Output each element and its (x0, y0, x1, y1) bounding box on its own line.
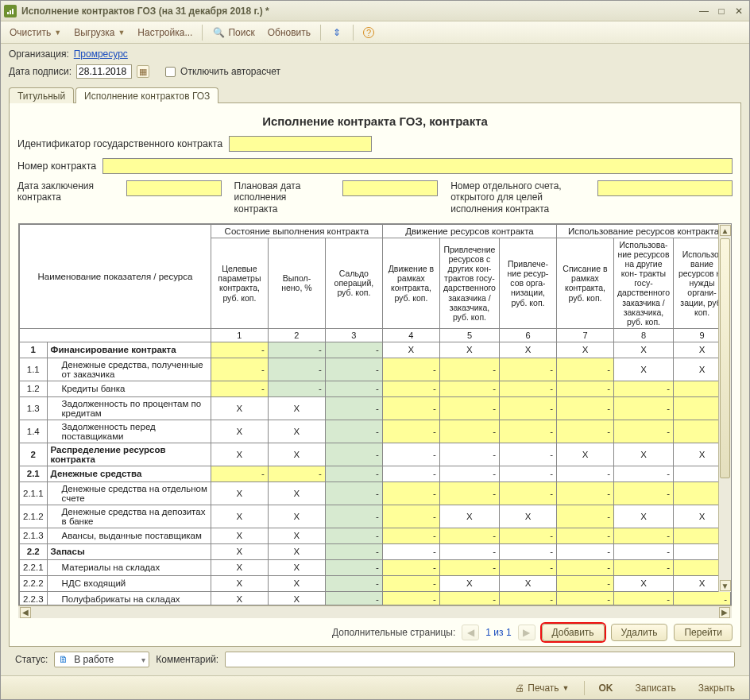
grid-cell[interactable]: - (439, 481, 499, 505)
grid-cell[interactable]: - (382, 396, 439, 420)
grid-cell[interactable]: - (439, 591, 499, 605)
grid-cell[interactable]: - (382, 528, 439, 543)
grid-cell[interactable]: - (499, 358, 556, 381)
grid-cell[interactable]: - (382, 358, 439, 381)
grid-cell[interactable]: - (499, 420, 556, 443)
add-page-button[interactable]: Добавить (542, 624, 605, 641)
grid-cell[interactable]: - (613, 481, 673, 505)
horizontal-scrollbar[interactable]: ◀ ▶ (18, 605, 732, 618)
grid-cell[interactable]: - (499, 591, 556, 605)
account-field[interactable] (597, 180, 733, 196)
grid-cell[interactable]: - (613, 381, 673, 396)
grid-cell[interactable]: - (499, 396, 556, 420)
grid-cell[interactable]: - (613, 420, 673, 443)
grid-cell[interactable]: - (211, 381, 268, 396)
pager-prev-button[interactable]: ◀ (462, 625, 479, 640)
grid-cell[interactable]: - (211, 466, 268, 481)
close-button[interactable]: Закрыть (690, 679, 743, 697)
grid-cell[interactable]: - (613, 396, 673, 420)
row-code: 2.1.1 (20, 481, 48, 505)
plan-date-field[interactable] (342, 180, 438, 196)
grid-cell[interactable]: - (439, 559, 499, 575)
calendar-icon[interactable]: ▦ (137, 65, 149, 78)
pager-next-button[interactable]: ▶ (518, 625, 535, 640)
contract-date-field[interactable] (126, 180, 222, 196)
grid-cell[interactable]: - (439, 381, 499, 396)
grid-cell[interactable]: - (382, 591, 439, 605)
grid-cell: - (325, 443, 382, 466)
delete-page-button[interactable]: Удалить (611, 624, 668, 641)
grid-cell[interactable]: - (499, 381, 556, 396)
grid-cell[interactable]: - (382, 381, 439, 396)
grid-cell[interactable]: - (499, 481, 556, 505)
scroll-up-icon[interactable]: ▲ (720, 225, 731, 236)
grid-cell: - (325, 481, 382, 505)
minimize-button[interactable]: — (697, 5, 711, 17)
grid-cell[interactable]: - (556, 358, 613, 381)
grid-cell[interactable]: - (556, 528, 613, 543)
sign-date-input[interactable] (76, 64, 132, 79)
row-name: Задолженность по процентам по кредитам (47, 396, 211, 420)
print-button[interactable]: 🖨 Печать ▼ (507, 679, 577, 697)
grid-scroll-area[interactable]: Наименование показателя / ресурса Состоя… (18, 223, 732, 605)
settings-button[interactable]: Настройка... (132, 24, 198, 41)
grid-cell[interactable]: - (439, 358, 499, 381)
grid-cell[interactable]: - (439, 396, 499, 420)
grid-cell: X (211, 591, 268, 605)
grid-cell[interactable]: - (382, 481, 439, 505)
tab-exec-sheet[interactable]: Исполнение контрактов ГОЗ (75, 87, 218, 103)
status-selector[interactable]: 🗎 В работе ▾ (54, 652, 149, 667)
grid-cell[interactable]: - (382, 505, 439, 528)
grid-cell[interactable]: - (613, 559, 673, 575)
grid-cell[interactable]: - (556, 505, 613, 528)
grid-cell[interactable]: - (499, 559, 556, 575)
number-field[interactable] (102, 158, 733, 174)
grid-cell[interactable]: - (556, 381, 613, 396)
grid-cell[interactable]: - (382, 575, 439, 591)
maximize-button[interactable]: □ (714, 5, 729, 17)
scroll-left-icon[interactable]: ◀ (20, 607, 31, 618)
grid-cell[interactable]: - (499, 528, 556, 543)
ident-field[interactable] (229, 136, 372, 152)
help-button[interactable]: ? (358, 24, 380, 41)
vertical-scrollbar[interactable]: ▲ ▼ (718, 224, 731, 592)
scroll-right-icon[interactable]: ▶ (719, 607, 730, 618)
scroll-down-icon[interactable]: ▼ (720, 580, 731, 591)
grid-cell[interactable]: - (613, 591, 673, 605)
write-button[interactable]: Записать (628, 679, 684, 697)
grid-cell[interactable]: - (556, 559, 613, 575)
grid-cell[interactable]: - (556, 591, 613, 605)
grid-cell: - (556, 543, 613, 559)
clear-menu[interactable]: Очистить ▼ (4, 24, 67, 41)
grid-cell[interactable]: - (439, 420, 499, 443)
expand-button[interactable]: ⇕ (325, 24, 349, 41)
ok-button[interactable]: OK (591, 679, 621, 697)
scroll-thumb[interactable] (720, 238, 730, 478)
grid-cell[interactable]: - (556, 575, 613, 591)
search-button[interactable]: 🔍 Поиск (207, 24, 260, 41)
disable-autocalc-checkbox[interactable] (165, 67, 176, 77)
grid-cell[interactable]: - (211, 342, 268, 358)
grid-cell[interactable]: - (382, 559, 439, 575)
row-code: 2.1 (20, 466, 48, 481)
goto-page-button[interactable]: Перейти (674, 624, 733, 641)
grid-cell[interactable]: - (556, 420, 613, 443)
comment-input[interactable] (225, 652, 735, 667)
grid-cell[interactable]: - (268, 466, 325, 481)
export-menu[interactable]: Выгрузка ▼ (68, 24, 130, 41)
grid-cell[interactable]: - (613, 528, 673, 543)
refresh-button[interactable]: Обновить (262, 24, 316, 41)
grid-cell[interactable]: - (556, 481, 613, 505)
grid-cell[interactable]: - (382, 420, 439, 443)
grid-cell[interactable]: - (674, 591, 731, 605)
col-header: Движение в рамках контракта, руб. коп. (382, 238, 439, 329)
organization-link[interactable]: Промресурс (74, 48, 128, 60)
pager: Дополнительные страницы: ◀ 1 из 1 ▶ Доба… (17, 624, 733, 641)
app-window: Исполнение контрактов ГОЗ (на 31 декабря… (0, 0, 750, 700)
tab-title-sheet[interactable]: Титульный (9, 87, 74, 103)
close-window-button[interactable]: ✕ (732, 5, 746, 17)
grid-cell[interactable]: - (211, 358, 268, 381)
grid-cell[interactable]: - (439, 528, 499, 543)
grid-cell[interactable]: - (556, 396, 613, 420)
col-number: 3 (325, 328, 382, 342)
